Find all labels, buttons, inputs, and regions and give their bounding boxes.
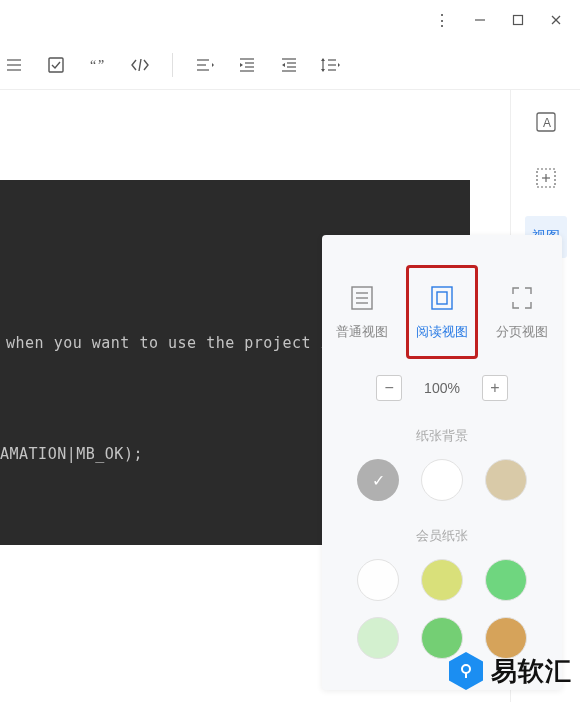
zoom-value: 100%: [424, 380, 460, 396]
mode-label: 分页视图: [496, 323, 548, 341]
swatch[interactable]: [421, 559, 463, 601]
mode-paged[interactable]: 分页视图: [486, 265, 558, 359]
swatch-selected[interactable]: ✓: [357, 459, 399, 501]
swatch[interactable]: [485, 559, 527, 601]
mode-label: 普通视图: [336, 323, 388, 341]
swatch[interactable]: [357, 617, 399, 659]
minimize-button[interactable]: [470, 10, 490, 30]
mode-normal[interactable]: 普通视图: [326, 265, 398, 359]
mode-label: 阅读视图: [416, 323, 468, 341]
list-icon[interactable]: [0, 51, 28, 79]
separator: [172, 53, 173, 77]
svg-line-10: [139, 59, 141, 71]
more-icon[interactable]: ⋮: [432, 10, 452, 30]
svg-rect-7: [49, 58, 63, 72]
swatches-member-row1: [357, 559, 527, 601]
svg-text:“: “: [90, 58, 96, 73]
code-icon[interactable]: [126, 51, 154, 79]
mode-reading[interactable]: 阅读视图: [406, 265, 478, 359]
section-paper-bg: 纸张背景: [416, 427, 468, 445]
view-panel: 普通视图 阅读视图 分页视图 − 100% + 纸张背景 ✓ 会员纸张: [322, 235, 562, 690]
svg-point-37: [462, 665, 470, 673]
watermark-text: 易软汇: [491, 654, 572, 689]
toolbar: “”: [0, 40, 580, 90]
swatch-white[interactable]: [421, 459, 463, 501]
align-icon[interactable]: [191, 51, 219, 79]
svg-text:”: ”: [98, 58, 104, 73]
svg-rect-35: [432, 287, 452, 309]
maximize-button[interactable]: [508, 10, 528, 30]
svg-rect-36: [437, 292, 447, 304]
line-height-icon[interactable]: [317, 51, 345, 79]
checklist-icon[interactable]: [42, 51, 70, 79]
close-button[interactable]: [546, 10, 566, 30]
zoom-in-button[interactable]: +: [482, 375, 508, 401]
swatches-bg: ✓: [357, 459, 527, 501]
text-format-icon[interactable]: A: [528, 104, 564, 140]
indent-increase-icon[interactable]: [233, 51, 261, 79]
svg-rect-1: [514, 16, 523, 25]
code-line: AMATION|MB_OK);: [0, 445, 143, 463]
quote-icon[interactable]: “”: [84, 51, 112, 79]
title-bar: ⋮: [0, 0, 580, 40]
indent-decrease-icon[interactable]: [275, 51, 303, 79]
swatch-beige[interactable]: [485, 459, 527, 501]
svg-text:A: A: [543, 116, 551, 130]
watermark-icon: [449, 652, 483, 690]
code-line: when you want to use the project ico: [6, 334, 349, 352]
section-member-paper: 会员纸张: [416, 527, 468, 545]
swatch[interactable]: [357, 559, 399, 601]
zoom-out-button[interactable]: −: [376, 375, 402, 401]
add-icon[interactable]: [528, 160, 564, 196]
view-modes: 普通视图 阅读视图 分页视图: [322, 265, 562, 359]
zoom-controls: − 100% +: [376, 375, 508, 401]
watermark: 易软汇: [449, 652, 572, 690]
